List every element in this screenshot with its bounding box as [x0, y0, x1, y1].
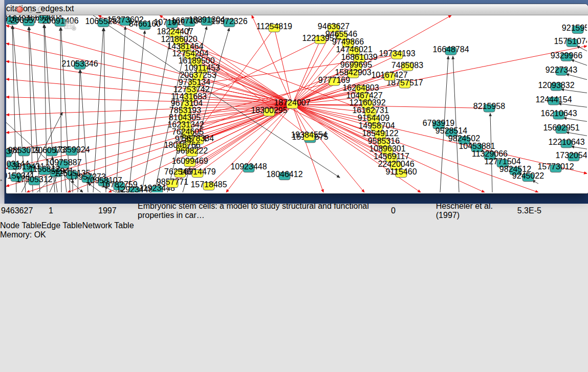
svg-text:16648784: 16648784 — [432, 45, 469, 54]
zoom-window-icon[interactable] — [38, 6, 45, 13]
graph-node[interactable]: 15692951 — [543, 123, 579, 133]
svg-text:15718485: 15718485 — [190, 180, 227, 189]
graph-node[interactable]: 17505312 — [16, 175, 52, 185]
graph-node[interactable]: 9698222 — [176, 146, 208, 156]
window-title: citations_edges.txt — [6, 4, 588, 13]
graph-edge[interactable] — [566, 132, 587, 136]
cell-out_degree[interactable]: 0 — [391, 202, 435, 220]
graph-edge[interactable] — [571, 60, 587, 65]
graph-node[interactable]: 12093832 — [538, 81, 574, 91]
svg-text:9227343: 9227343 — [546, 65, 577, 74]
svg-text:15751074: 15751074 — [554, 37, 587, 46]
graph-node[interactable]: 18300295 — [251, 106, 287, 116]
graph-node[interactable]: 18046412 — [266, 170, 302, 180]
svg-text:17359924: 17359924 — [53, 145, 90, 154]
graph-node[interactable]: 15773012 — [537, 162, 574, 172]
graph-node[interactable]: 11254819 — [256, 22, 292, 32]
svg-text:12210643: 12210643 — [548, 138, 584, 146]
svg-text:16099469: 16099469 — [171, 157, 208, 165]
tab-node-table[interactable]: Node Table — [0, 221, 41, 230]
cell-short[interactable]: Hescheler et al. (1997) — [436, 202, 516, 220]
svg-text:19734193: 19734193 — [379, 49, 415, 58]
svg-text:19384554: 19384554 — [291, 130, 327, 139]
graph-edge[interactable] — [292, 104, 323, 192]
graph-node[interactable]: 8215958 — [473, 102, 505, 112]
svg-text:9857771: 9857771 — [157, 178, 188, 186]
graph-edge[interactable] — [292, 104, 538, 192]
svg-text:9698222: 9698222 — [176, 146, 208, 155]
cell-year[interactable]: 1997 — [98, 202, 137, 220]
graph-edge[interactable] — [292, 36, 341, 105]
graph-node[interactable]: 15718485 — [190, 180, 227, 190]
svg-text:12213957: 12213957 — [302, 34, 338, 42]
graph-node[interactable]: 10167427 — [371, 71, 407, 80]
traffic-lights — [16, 6, 45, 13]
graph-edge[interactable] — [566, 74, 587, 80]
svg-text:10923448: 10923448 — [230, 162, 267, 171]
graph-node[interactable]: 16099469 — [171, 157, 208, 166]
graph-node[interactable]: 9227343 — [546, 65, 577, 75]
svg-text:18046412: 18046412 — [266, 170, 302, 179]
graph-node[interactable]: 9329966 — [551, 51, 582, 61]
graph-edge[interactable] — [558, 104, 587, 107]
graph-node[interactable]: 9857771 — [157, 178, 188, 187]
graph-edge[interactable] — [563, 118, 587, 121]
graph-node[interactable]: 15972326 — [211, 17, 247, 27]
graph-edge[interactable] — [129, 31, 145, 192]
graph-node[interactable]: 10923448 — [230, 162, 267, 172]
graph-node[interactable]: 9245022 — [512, 171, 544, 181]
graph-node[interactable]: 17359924 — [53, 145, 90, 155]
graph-node[interactable]: 15751074 — [554, 37, 587, 47]
svg-text:15692951: 15692951 — [543, 123, 579, 132]
graph-node[interactable]: 16914479 — [179, 167, 215, 177]
svg-text:12444154: 12444154 — [535, 95, 572, 104]
graph-node[interactable]: 7485083 — [391, 61, 423, 71]
svg-text:8215958: 8215958 — [473, 102, 505, 111]
graph-edge[interactable] — [292, 104, 364, 192]
close-window-icon[interactable] — [16, 6, 23, 13]
memory-status-label: Memory: OK — [0, 230, 46, 239]
graph-node[interactable]: 19734193 — [379, 49, 415, 59]
cell-in_degree[interactable]: 1 — [49, 202, 97, 220]
svg-text:9215958: 9215958 — [562, 24, 587, 32]
graph-edge[interactable] — [6, 26, 292, 105]
svg-text:10167427: 10167427 — [371, 71, 407, 79]
graph-node[interactable]: 9215958 — [562, 24, 587, 33]
graph-node[interactable]: 12444154 — [535, 95, 572, 105]
svg-text:15773012: 15773012 — [537, 162, 574, 171]
table-row[interactable]: 946362711997Embryonic stem cells: a mode… — [1, 202, 563, 220]
graph-node[interactable]: 16648784 — [432, 45, 469, 55]
graph-node[interactable]: 19384554 — [291, 130, 327, 140]
graph-edge[interactable] — [561, 90, 587, 93]
svg-text:9115460: 9115460 — [385, 167, 417, 176]
status-bar: Memory: OK — [0, 230, 588, 239]
cell-title[interactable]: Embryonic stem cells: a model to study s… — [138, 202, 390, 220]
network-view[interactable]: 1891640420055724166938042069140610655287… — [6, 15, 588, 194]
tab-edge-table[interactable]: Edge Table — [41, 221, 82, 230]
graph-edge[interactable] — [6, 104, 292, 150]
graph-node[interactable]: 16210643 — [540, 109, 577, 119]
tab-network-table[interactable]: Network Table — [82, 221, 134, 230]
graph-node[interactable]: 9115460 — [385, 167, 417, 177]
svg-text:18300295: 18300295 — [251, 106, 287, 115]
graph-edge[interactable] — [116, 27, 125, 192]
svg-text:9245022: 9245022 — [512, 171, 544, 180]
graph-node[interactable]: 17320544 — [555, 151, 587, 161]
svg-text:7485083: 7485083 — [391, 61, 423, 70]
svg-text:17505312: 17505312 — [16, 175, 52, 184]
network-canvas: 1891640420055724166938042069140610655287… — [6, 15, 587, 192]
svg-text:12093832: 12093832 — [538, 81, 574, 90]
graph-node[interactable]: 21053346 — [61, 59, 98, 69]
cell-name[interactable]: 9463627 — [1, 202, 48, 220]
svg-text:11254819: 11254819 — [256, 22, 292, 31]
panel-resize-marker: ▸ — [1, 178, 4, 182]
minimize-window-icon[interactable] — [27, 6, 34, 13]
graph-node[interactable]: 12213957 — [302, 34, 338, 43]
cell-pagerank[interactable]: 5.3E-5 — [517, 202, 563, 220]
svg-text:16210643: 16210643 — [540, 109, 577, 118]
window-titlebar[interactable]: citations_edges.txt — [6, 4, 588, 15]
network-window: citations_edges.txt 18916404200557241669… — [6, 4, 588, 193]
svg-text:17320544: 17320544 — [555, 151, 587, 160]
graph-node[interactable]: 12210643 — [548, 138, 584, 147]
graph-edge[interactable] — [571, 146, 587, 149]
